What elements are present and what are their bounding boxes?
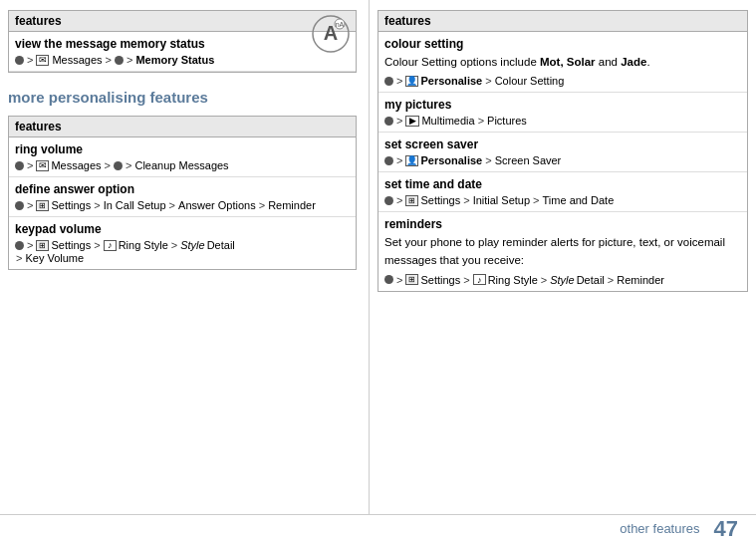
- r-nav-dot-4: [384, 196, 393, 205]
- nav-detail: Detail: [207, 239, 235, 251]
- nav-ringstyle: Ring Style: [119, 239, 168, 251]
- nav-arrow: >: [27, 54, 33, 66]
- colour-desc-and: and: [596, 56, 622, 68]
- nav-answer-options: Answer Options: [178, 199, 256, 211]
- nav-incall: In Call Setup: [104, 199, 166, 211]
- r-personalise-2: Personalise: [420, 154, 482, 166]
- define-answer-row: define answer option > ⊞ Settings > In C…: [9, 177, 356, 217]
- nav-dot-icon-2: [115, 56, 124, 65]
- colour-desc-prefix: Colour Setting options include: [384, 56, 540, 68]
- music-icon: ♪: [104, 240, 117, 251]
- my-pictures-row: my pictures > ▶ Multimedia > Pictures: [378, 93, 747, 133]
- envelope-icon-2: ✉: [36, 160, 49, 171]
- r-time-date: Time and Date: [543, 194, 615, 206]
- screen-saver-nav: > 👤 Personalise > Screen Saver: [384, 154, 741, 166]
- footer: other features 47: [0, 514, 756, 542]
- r-screen-saver: Screen Saver: [495, 154, 562, 166]
- r-nav-dot-3: [384, 156, 393, 165]
- grid-icon-3: ⊞: [405, 195, 418, 206]
- r-detail: Detail: [577, 274, 605, 286]
- keypad-volume-title: keypad volume: [15, 222, 350, 236]
- r-ringstyle: Ring Style: [488, 274, 538, 286]
- reminders-desc: Set your phone to play reminder alerts f…: [384, 234, 741, 269]
- nav-dot-4: [15, 241, 24, 250]
- right-features-header: features: [378, 11, 747, 32]
- define-answer-title: define answer option: [15, 182, 350, 196]
- nav-reminder: Reminder: [268, 199, 316, 211]
- r-pictures: Pictures: [487, 115, 527, 127]
- reminders-row: reminders Set your phone to play reminde…: [378, 212, 747, 291]
- big-a-icon: A nA: [312, 15, 350, 53]
- grid-icon-4: ⊞: [405, 274, 418, 285]
- r-nav-dot-2: [384, 117, 393, 126]
- nav-arrow-3: >: [126, 54, 132, 66]
- colour-setting-desc: Colour Setting options include Mot, Sola…: [384, 54, 741, 71]
- keypad-volume-nav2: > Key Volume: [15, 252, 350, 264]
- grid-icon-2: ⊞: [36, 240, 49, 251]
- r-nav-dot-5: [384, 275, 393, 284]
- person-icon: 👤: [405, 76, 418, 87]
- r-style-italic: Style: [550, 274, 574, 286]
- nav-text-messages: Messages: [52, 54, 102, 66]
- keypad-volume-nav: > ⊞ Settings > ♪ Ring Style > Style Deta…: [15, 239, 350, 251]
- footer-page: 47: [714, 516, 738, 542]
- page-container: features view the message memory status …: [0, 0, 756, 542]
- nav-text-memory: Memory Status: [135, 54, 214, 66]
- envelope-icon: ✉: [36, 55, 49, 66]
- nav-key-volume: Key Volume: [25, 252, 84, 264]
- svg-text:nA: nA: [336, 21, 345, 28]
- grid-icon: ⊞: [36, 200, 49, 211]
- section-heading: more personalising features: [8, 89, 357, 106]
- reminders-nav: > ⊞ Settings > ♪ Ring Style > Style Deta…: [384, 274, 741, 286]
- nav-cleanup: Cleanup Messages: [134, 159, 228, 171]
- reminders-title: reminders: [384, 217, 741, 231]
- time-date-title: set time and date: [384, 177, 741, 191]
- nav-dot-2: [114, 161, 123, 170]
- right-features-box: features colour setting Colour Setting o…: [378, 10, 748, 292]
- multimedia-icon: ▶: [405, 116, 419, 127]
- nav-messages-2: Messages: [51, 159, 101, 171]
- r-nav-dot: [384, 77, 393, 86]
- colour-desc-bold1: Mot, Solar: [540, 56, 596, 68]
- colour-setting-nav: > 👤 Personalise > Colour Setting: [384, 75, 741, 87]
- r-settings: Settings: [420, 194, 460, 206]
- my-pictures-nav: > ▶ Multimedia > Pictures: [384, 115, 741, 127]
- define-answer-nav: > ⊞ Settings > In Call Setup > Answer Op…: [15, 199, 350, 211]
- time-date-nav: > ⊞ Settings > Initial Setup > Time and …: [384, 194, 741, 206]
- colour-setting-title: colour setting: [384, 37, 741, 51]
- ring-volume-row: ring volume > ✉ Messages > > Cleanup Mes…: [9, 137, 356, 177]
- music-icon-2: ♪: [473, 274, 486, 285]
- right-col-content: features colour setting Colour Setting o…: [378, 10, 748, 306]
- colour-desc-bold2: Jade: [621, 56, 646, 68]
- top-features-header: features: [9, 11, 356, 32]
- r-personalise: Personalise: [420, 75, 482, 87]
- r-colour-setting: Colour Setting: [495, 75, 565, 87]
- r-reminder-nav: Reminder: [617, 274, 664, 286]
- top-features-box: features view the message memory status …: [8, 10, 357, 73]
- left-column: features view the message memory status …: [0, 0, 369, 542]
- r-multimedia: Multimedia: [421, 115, 474, 127]
- colour-desc-period: .: [646, 56, 649, 68]
- person-icon-2: 👤: [405, 155, 418, 166]
- view-memory-nav: > ✉ Messages > > Memory Status: [15, 54, 350, 66]
- ring-volume-nav: > ✉ Messages > > Cleanup Messages: [15, 159, 350, 171]
- nav-style-italic: Style: [180, 239, 204, 251]
- view-memory-title: view the message memory status: [15, 37, 350, 51]
- nav-arrow-2: >: [106, 54, 112, 66]
- my-pictures-title: my pictures: [384, 98, 741, 112]
- bottom-features-header: features: [9, 117, 356, 137]
- footer-label: other features: [620, 521, 699, 536]
- colour-setting-row: colour setting Colour Setting options in…: [378, 32, 747, 93]
- nav-settings: Settings: [51, 199, 91, 211]
- nav-dot-3: [15, 201, 24, 210]
- r-settings-2: Settings: [420, 274, 460, 286]
- bottom-features-box: features ring volume > ✉ Messages > > Cl…: [8, 116, 357, 270]
- right-column: features colour setting Colour Setting o…: [369, 0, 756, 542]
- ring-volume-title: ring volume: [15, 142, 350, 156]
- screen-saver-title: set screen saver: [384, 137, 741, 151]
- time-date-row: set time and date > ⊞ Settings > Initial…: [378, 172, 747, 212]
- nav-dot: [15, 161, 24, 170]
- screen-saver-row: set screen saver > 👤 Personalise > Scree…: [378, 133, 747, 172]
- nav-settings-2: Settings: [51, 239, 91, 251]
- nav-dot-icon: [15, 56, 24, 65]
